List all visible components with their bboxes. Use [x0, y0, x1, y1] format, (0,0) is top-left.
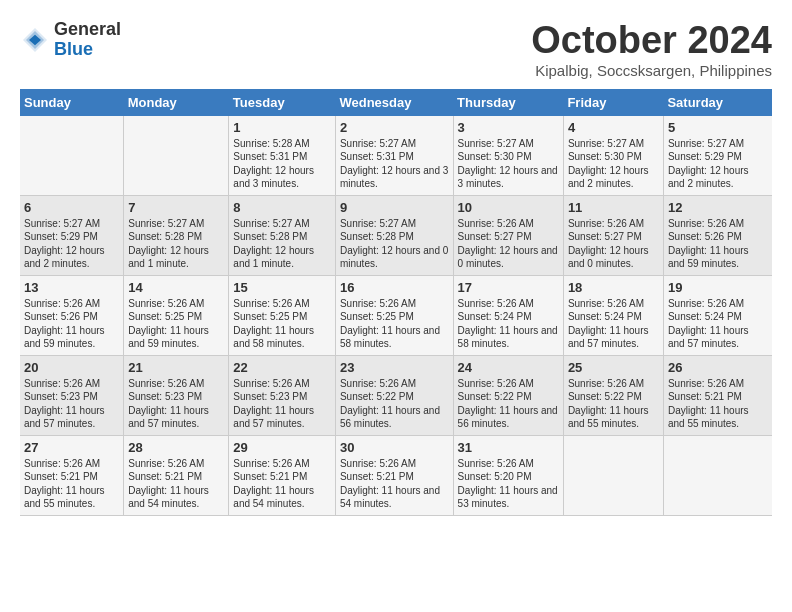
- calendar-cell: 2Sunrise: 5:27 AM Sunset: 5:31 PM Daylig…: [335, 116, 453, 196]
- calendar-cell: 12Sunrise: 5:26 AM Sunset: 5:26 PM Dayli…: [663, 195, 772, 275]
- calendar-cell: 3Sunrise: 5:27 AM Sunset: 5:30 PM Daylig…: [453, 116, 563, 196]
- day-number: 30: [340, 440, 449, 455]
- cell-info: Sunrise: 5:26 AM Sunset: 5:24 PM Dayligh…: [458, 297, 559, 351]
- header-cell-thursday: Thursday: [453, 89, 563, 116]
- day-number: 17: [458, 280, 559, 295]
- cell-info: Sunrise: 5:27 AM Sunset: 5:28 PM Dayligh…: [340, 217, 449, 271]
- calendar-cell: 9Sunrise: 5:27 AM Sunset: 5:28 PM Daylig…: [335, 195, 453, 275]
- day-number: 13: [24, 280, 119, 295]
- calendar-table: SundayMondayTuesdayWednesdayThursdayFrid…: [20, 89, 772, 516]
- cell-info: Sunrise: 5:26 AM Sunset: 5:23 PM Dayligh…: [24, 377, 119, 431]
- day-number: 22: [233, 360, 331, 375]
- cell-info: Sunrise: 5:26 AM Sunset: 5:26 PM Dayligh…: [24, 297, 119, 351]
- cell-info: Sunrise: 5:26 AM Sunset: 5:20 PM Dayligh…: [458, 457, 559, 511]
- cell-info: Sunrise: 5:26 AM Sunset: 5:22 PM Dayligh…: [340, 377, 449, 431]
- header-cell-friday: Friday: [563, 89, 663, 116]
- cell-info: Sunrise: 5:27 AM Sunset: 5:28 PM Dayligh…: [233, 217, 331, 271]
- cell-info: Sunrise: 5:27 AM Sunset: 5:29 PM Dayligh…: [668, 137, 768, 191]
- cell-info: Sunrise: 5:28 AM Sunset: 5:31 PM Dayligh…: [233, 137, 331, 191]
- header-cell-monday: Monday: [124, 89, 229, 116]
- day-number: 5: [668, 120, 768, 135]
- day-number: 2: [340, 120, 449, 135]
- cell-info: Sunrise: 5:26 AM Sunset: 5:24 PM Dayligh…: [668, 297, 768, 351]
- cell-info: Sunrise: 5:26 AM Sunset: 5:23 PM Dayligh…: [233, 377, 331, 431]
- header-cell-wednesday: Wednesday: [335, 89, 453, 116]
- header-cell-saturday: Saturday: [663, 89, 772, 116]
- calendar-cell: 18Sunrise: 5:26 AM Sunset: 5:24 PM Dayli…: [563, 275, 663, 355]
- calendar-cell: [20, 116, 124, 196]
- calendar-cell: 1Sunrise: 5:28 AM Sunset: 5:31 PM Daylig…: [229, 116, 336, 196]
- day-number: 9: [340, 200, 449, 215]
- calendar-cell: 25Sunrise: 5:26 AM Sunset: 5:22 PM Dayli…: [563, 355, 663, 435]
- calendar-cell: 11Sunrise: 5:26 AM Sunset: 5:27 PM Dayli…: [563, 195, 663, 275]
- cell-info: Sunrise: 5:27 AM Sunset: 5:29 PM Dayligh…: [24, 217, 119, 271]
- cell-info: Sunrise: 5:26 AM Sunset: 5:25 PM Dayligh…: [128, 297, 224, 351]
- header-row: SundayMondayTuesdayWednesdayThursdayFrid…: [20, 89, 772, 116]
- calendar-cell: 19Sunrise: 5:26 AM Sunset: 5:24 PM Dayli…: [663, 275, 772, 355]
- day-number: 19: [668, 280, 768, 295]
- calendar-cell: 13Sunrise: 5:26 AM Sunset: 5:26 PM Dayli…: [20, 275, 124, 355]
- day-number: 26: [668, 360, 768, 375]
- calendar-cell: 16Sunrise: 5:26 AM Sunset: 5:25 PM Dayli…: [335, 275, 453, 355]
- calendar-cell: 14Sunrise: 5:26 AM Sunset: 5:25 PM Dayli…: [124, 275, 229, 355]
- cell-info: Sunrise: 5:26 AM Sunset: 5:27 PM Dayligh…: [568, 217, 659, 271]
- day-number: 6: [24, 200, 119, 215]
- header-cell-tuesday: Tuesday: [229, 89, 336, 116]
- calendar-cell: 21Sunrise: 5:26 AM Sunset: 5:23 PM Dayli…: [124, 355, 229, 435]
- location-text: Kipalbig, Soccsksargen, Philippines: [531, 62, 772, 79]
- cell-info: Sunrise: 5:26 AM Sunset: 5:22 PM Dayligh…: [568, 377, 659, 431]
- calendar-cell: 20Sunrise: 5:26 AM Sunset: 5:23 PM Dayli…: [20, 355, 124, 435]
- day-number: 27: [24, 440, 119, 455]
- calendar-cell: 10Sunrise: 5:26 AM Sunset: 5:27 PM Dayli…: [453, 195, 563, 275]
- page-header: General Blue October 2024 Kipalbig, Socc…: [20, 20, 772, 79]
- day-number: 20: [24, 360, 119, 375]
- week-row-5: 27Sunrise: 5:26 AM Sunset: 5:21 PM Dayli…: [20, 435, 772, 515]
- cell-info: Sunrise: 5:26 AM Sunset: 5:21 PM Dayligh…: [668, 377, 768, 431]
- day-number: 8: [233, 200, 331, 215]
- week-row-1: 1Sunrise: 5:28 AM Sunset: 5:31 PM Daylig…: [20, 116, 772, 196]
- day-number: 3: [458, 120, 559, 135]
- calendar-cell: 29Sunrise: 5:26 AM Sunset: 5:21 PM Dayli…: [229, 435, 336, 515]
- day-number: 23: [340, 360, 449, 375]
- calendar-cell: 7Sunrise: 5:27 AM Sunset: 5:28 PM Daylig…: [124, 195, 229, 275]
- day-number: 24: [458, 360, 559, 375]
- day-number: 7: [128, 200, 224, 215]
- calendar-cell: 23Sunrise: 5:26 AM Sunset: 5:22 PM Dayli…: [335, 355, 453, 435]
- calendar-cell: 27Sunrise: 5:26 AM Sunset: 5:21 PM Dayli…: [20, 435, 124, 515]
- calendar-cell: 4Sunrise: 5:27 AM Sunset: 5:30 PM Daylig…: [563, 116, 663, 196]
- calendar-cell: 6Sunrise: 5:27 AM Sunset: 5:29 PM Daylig…: [20, 195, 124, 275]
- calendar-cell: [124, 116, 229, 196]
- cell-info: Sunrise: 5:26 AM Sunset: 5:21 PM Dayligh…: [340, 457, 449, 511]
- cell-info: Sunrise: 5:27 AM Sunset: 5:31 PM Dayligh…: [340, 137, 449, 191]
- calendar-cell: 5Sunrise: 5:27 AM Sunset: 5:29 PM Daylig…: [663, 116, 772, 196]
- calendar-cell: [563, 435, 663, 515]
- week-row-4: 20Sunrise: 5:26 AM Sunset: 5:23 PM Dayli…: [20, 355, 772, 435]
- day-number: 28: [128, 440, 224, 455]
- day-number: 21: [128, 360, 224, 375]
- day-number: 18: [568, 280, 659, 295]
- week-row-2: 6Sunrise: 5:27 AM Sunset: 5:29 PM Daylig…: [20, 195, 772, 275]
- logo-blue-text: Blue: [54, 40, 121, 60]
- title-area: October 2024 Kipalbig, Soccsksargen, Phi…: [531, 20, 772, 79]
- day-number: 15: [233, 280, 331, 295]
- cell-info: Sunrise: 5:27 AM Sunset: 5:30 PM Dayligh…: [568, 137, 659, 191]
- cell-info: Sunrise: 5:26 AM Sunset: 5:25 PM Dayligh…: [233, 297, 331, 351]
- cell-info: Sunrise: 5:27 AM Sunset: 5:30 PM Dayligh…: [458, 137, 559, 191]
- cell-info: Sunrise: 5:26 AM Sunset: 5:24 PM Dayligh…: [568, 297, 659, 351]
- cell-info: Sunrise: 5:26 AM Sunset: 5:22 PM Dayligh…: [458, 377, 559, 431]
- day-number: 14: [128, 280, 224, 295]
- calendar-cell: 17Sunrise: 5:26 AM Sunset: 5:24 PM Dayli…: [453, 275, 563, 355]
- calendar-cell: 15Sunrise: 5:26 AM Sunset: 5:25 PM Dayli…: [229, 275, 336, 355]
- day-number: 11: [568, 200, 659, 215]
- calendar-cell: 22Sunrise: 5:26 AM Sunset: 5:23 PM Dayli…: [229, 355, 336, 435]
- day-number: 25: [568, 360, 659, 375]
- cell-info: Sunrise: 5:26 AM Sunset: 5:26 PM Dayligh…: [668, 217, 768, 271]
- cell-info: Sunrise: 5:26 AM Sunset: 5:21 PM Dayligh…: [233, 457, 331, 511]
- cell-info: Sunrise: 5:26 AM Sunset: 5:27 PM Dayligh…: [458, 217, 559, 271]
- day-number: 29: [233, 440, 331, 455]
- day-number: 16: [340, 280, 449, 295]
- day-number: 10: [458, 200, 559, 215]
- calendar-cell: [663, 435, 772, 515]
- cell-info: Sunrise: 5:26 AM Sunset: 5:25 PM Dayligh…: [340, 297, 449, 351]
- day-number: 31: [458, 440, 559, 455]
